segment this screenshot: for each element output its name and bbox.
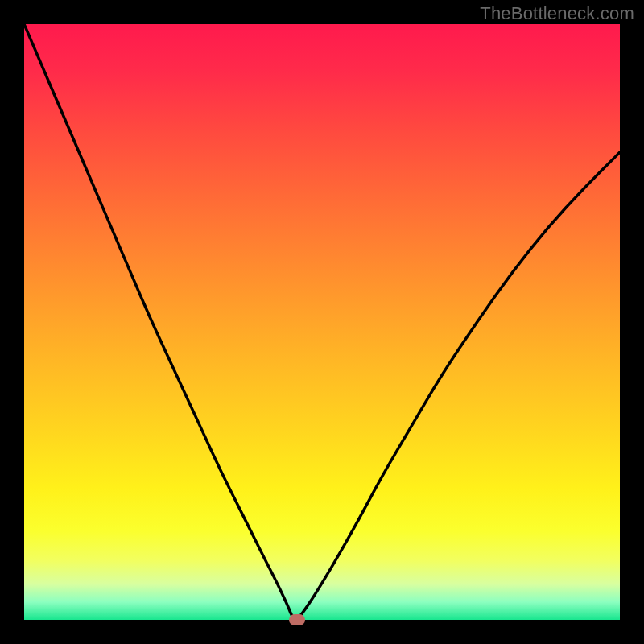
gradient-plot <box>24 24 620 620</box>
chart-outer: TheBottleneck.com <box>0 0 644 644</box>
gradient-background <box>24 24 620 620</box>
plot-area <box>24 24 620 620</box>
highlight-marker <box>289 614 305 625</box>
watermark-text: TheBottleneck.com <box>480 3 634 24</box>
